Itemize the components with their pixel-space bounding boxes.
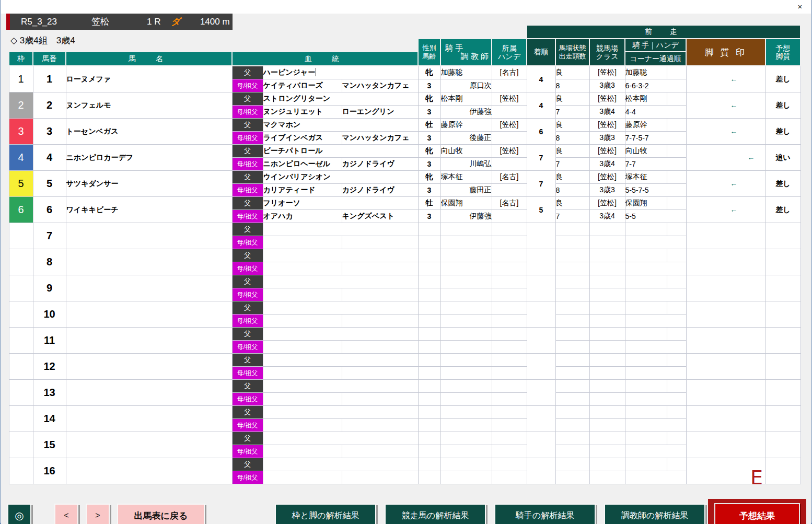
damsire-name-cell[interactable] [342,315,418,328]
father-name-cell[interactable]: マクマホン [263,119,418,132]
mark-button[interactable]: ◎ [7,504,31,524]
father-name-cell[interactable] [263,458,418,471]
father-name-cell[interactable] [263,249,418,262]
father-name-cell[interactable] [263,301,418,315]
frame-leg-analysis-button[interactable]: 枠と脚の解析結果 [275,504,376,524]
field-size-cell [555,236,589,249]
dam-name-cell[interactable]: ケイティバローズ [263,79,342,92]
back-to-entry-table-button[interactable]: 出馬表に戻る [117,504,205,524]
father-name-cell[interactable] [263,432,418,445]
track-condition-cell: 良 [555,119,589,132]
dam-name-cell[interactable]: ヌンジュリエット [263,106,342,119]
finish-position-cell: 7 [527,171,555,197]
damsire-name-cell[interactable] [342,419,418,432]
father-name-cell[interactable]: ストロングリターン [263,92,418,106]
horse-name-cell: ヌンフェルモ [66,92,232,119]
father-name-cell[interactable] [263,275,418,288]
handicap-cell [492,419,527,432]
handicap-cell [492,79,527,92]
umaban-cell: 5 [33,171,66,197]
age-cell [418,419,440,432]
track-condition-cell [555,275,589,288]
umaban-cell: 11 [33,328,66,354]
finish-position-cell [527,301,555,328]
father-name-cell[interactable]: ビーチパトロール [263,145,418,158]
damsire-name-cell[interactable] [342,393,418,406]
prev-class-cell: 3歳3 [589,132,625,145]
trainer-cell: 原口次 [440,79,492,92]
jockey-cell [440,406,492,419]
jockey-analysis-button[interactable]: 騎手の解析結果 [494,504,596,524]
damsire-name-cell[interactable]: マンハッタンカフェ [342,79,418,92]
father-name-cell[interactable] [263,354,418,367]
prediction-result-button[interactable]: 予想結果 [714,503,800,524]
damsire-name-cell[interactable]: カジノドライヴ [342,184,418,197]
header-style: 脚質 [766,52,800,61]
next-race-button[interactable]: > [86,504,110,524]
running-style-arrow: ← [686,145,765,171]
handicap-cell [492,262,527,275]
dam-name-cell[interactable] [263,315,342,328]
header-finish-position: 着順 [527,39,555,66]
running-style-arrow [686,275,765,301]
father-name-cell[interactable] [263,406,418,419]
dam-name-cell[interactable] [263,236,342,249]
damsire-name-cell[interactable] [342,445,418,458]
dam-name-cell[interactable]: カリアティード [263,184,342,197]
trainer-analysis-button[interactable]: 調教師の解析結果 [604,504,705,524]
age-cell [418,471,440,484]
dam-name-cell[interactable] [263,341,342,354]
dam-name-cell[interactable] [263,419,342,432]
horse-name-cell: ワイキキビーチ [66,197,232,223]
close-button[interactable]: × [792,1,808,13]
damsire-name-cell[interactable] [342,236,418,249]
damsire-name-cell[interactable] [342,288,418,301]
header-track-condition-field-size: 馬場状態出走頭数 [555,39,589,66]
finish-position-cell: 5 [527,197,555,223]
trainer-cell [440,367,492,380]
father-name: マクマホン [263,120,301,129]
finish-position-cell [527,275,555,301]
damsire-name-cell[interactable] [342,471,418,484]
father-name-cell[interactable] [263,328,418,341]
prev-jockey-cell: 藤原幹 [625,119,667,132]
father-name-cell[interactable] [263,380,418,393]
damsire-name-cell[interactable]: カジノドライヴ [342,158,418,171]
horse-name-cell [66,380,232,406]
dam-name-cell[interactable]: ニホンピロヘーゼル [263,158,342,171]
dam-name-cell[interactable] [263,393,342,406]
prev-racecourse-cell [589,354,625,367]
father-name-cell[interactable]: ハービンジャー [263,66,418,79]
running-style-arrow [686,223,765,249]
predicted-style-cell: 追い [765,145,801,171]
father-name-cell[interactable] [263,223,418,236]
damsire-name-cell[interactable]: マンハッタンカフェ [342,132,418,145]
predicted-style-cell [765,328,801,354]
damsire-name-cell[interactable] [342,367,418,380]
header-handicap: ハンデ [492,52,526,61]
waku-cell [9,406,33,432]
dam-name-cell[interactable]: オアハカ [263,210,342,223]
corner-order-cell [625,262,686,275]
finish-position-cell [527,432,555,458]
dam-name-cell[interactable] [263,288,342,301]
damsire-name-cell[interactable] [342,341,418,354]
dam-name-cell[interactable] [263,445,342,458]
header-track-condition: 馬場状態 [556,44,589,52]
damsire-name-cell[interactable]: ローエングリン [342,106,418,119]
racehorse-analysis-button[interactable]: 競走馬の解析結果 [385,504,486,524]
dam-name-cell[interactable] [263,367,342,380]
father-name-cell[interactable]: フリオーソ [263,197,418,210]
prev-handicap-cell [667,458,686,471]
dam-name-cell[interactable] [263,262,342,275]
damsire-name-cell[interactable] [342,262,418,275]
damsire-name-cell[interactable]: キングズベスト [342,210,418,223]
dam-name-cell[interactable]: ライブインベガス [263,132,342,145]
field-size-cell [555,393,589,406]
dam-name-cell[interactable] [263,471,342,484]
father-name-cell[interactable]: ウインバリアシオン [263,171,418,184]
prev-race-button[interactable]: < [54,504,78,524]
handicap-cell [492,210,527,223]
father-label: 父 [232,432,263,445]
predicted-style-cell: 差し [765,119,801,145]
